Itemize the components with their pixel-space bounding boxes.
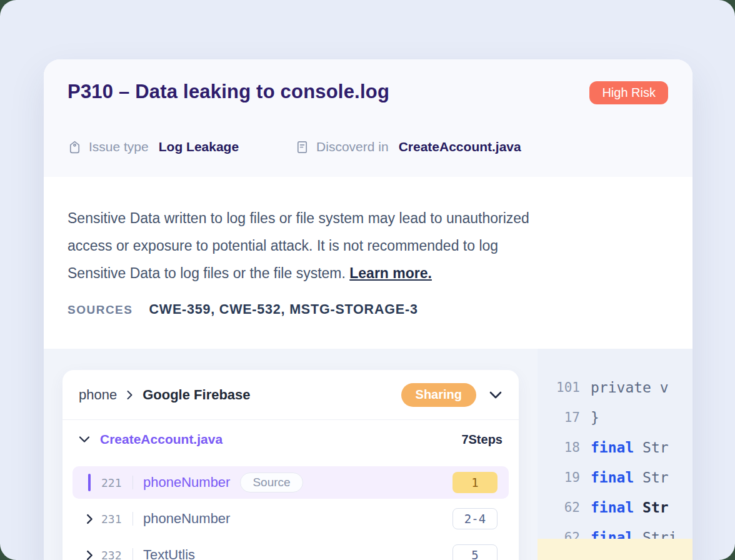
chevron-right-icon[interactable]: [78, 550, 101, 560]
description-line: Sensitive Data written to log files or f…: [68, 204, 669, 232]
step-row-active[interactable]: 221 phoneNumber Source 1: [72, 466, 509, 499]
bottom-section: phone Google Firebase Sharing: [44, 349, 692, 560]
flow-source: phone: [79, 387, 117, 403]
page-background: P310 – Data leaking to console.log High …: [0, 0, 735, 560]
step-line-number: 232: [101, 549, 128, 560]
divider: [132, 476, 133, 489]
accent-bar: [88, 474, 91, 491]
code-line-number: 62: [552, 500, 580, 515]
chevron-down-icon[interactable]: [489, 391, 502, 399]
description-section: Sensitive Data written to log files or f…: [44, 177, 692, 349]
file-name[interactable]: CreateAccount.java: [100, 432, 222, 447]
issue-meta-row: Issue type Log Leakage Discoverd in Crea…: [68, 139, 521, 154]
issue-type-meta: Issue type Log Leakage: [68, 139, 239, 154]
code-line: 62final Str: [552, 492, 692, 522]
step-line-number: 221: [101, 476, 128, 489]
flow-header: phone Google Firebase Sharing: [62, 370, 519, 420]
sharing-badge: Sharing: [401, 383, 476, 407]
sources-label: SOURCES: [68, 303, 132, 317]
code-line: 19final Str: [552, 462, 692, 492]
discovered-in-value: CreateAccount.java: [399, 139, 521, 154]
code-line-number: 101: [552, 380, 580, 395]
step-badge: 2-4: [452, 508, 498, 529]
chevron-right-icon[interactable]: [78, 514, 101, 524]
issue-card: P310 – Data leaking to console.log High …: [44, 59, 692, 560]
sources-value: CWE-359, CWE-532, MSTG-STORAGE-3: [149, 302, 418, 318]
chevron-right-icon: [126, 389, 134, 401]
learn-more-link[interactable]: Learn more.: [349, 265, 432, 281]
steps-list: 221 phoneNumber Source 1: [62, 459, 519, 560]
code-line: final Stri: [552, 555, 692, 560]
source-tag: Source: [240, 472, 302, 492]
step-name[interactable]: phoneNumber: [143, 474, 230, 491]
sources-row: SOURCES CWE-359, CWE-532, MSTG-STORAGE-3: [68, 302, 669, 318]
divider: [132, 548, 133, 560]
step-row[interactable]: 231 phoneNumber 2-4: [72, 502, 509, 535]
app-background: P310 – Data leaking to console.log High …: [0, 0, 735, 560]
active-step-indicator: [78, 474, 101, 491]
chevron-down-icon[interactable]: [79, 436, 90, 443]
code-line-number: 17: [552, 410, 580, 425]
code-line-number: 18: [552, 440, 580, 455]
code-line: 101private v: [552, 372, 692, 402]
issue-header: P310 – Data leaking to console.log High …: [44, 59, 692, 177]
description-line: access or exposure to potential attack. …: [68, 232, 669, 259]
flow-destination: Google Firebase: [142, 387, 250, 403]
issue-type-value: Log Leakage: [159, 139, 239, 154]
document-icon: [295, 140, 316, 154]
step-badge: 5: [452, 544, 498, 560]
code-line-number: 19: [552, 470, 580, 485]
divider: [132, 512, 133, 526]
flow-section: phone Google Firebase Sharing: [44, 349, 538, 560]
step-row[interactable]: 232 TextUtlis 5: [72, 539, 509, 560]
tag-icon: [68, 140, 89, 154]
file-group-row[interactable]: CreateAccount.java 7Steps: [62, 420, 519, 459]
step-name[interactable]: phoneNumber: [143, 511, 230, 527]
step-line-number: 231: [101, 512, 128, 526]
discovered-in-meta: Discoverd in CreateAccount.java: [295, 139, 521, 154]
description-line: Sensitive Data to log files or the file …: [68, 259, 669, 287]
description-text: Sensitive Data to log files or the file …: [68, 265, 346, 281]
step-name[interactable]: TextUtlis: [143, 547, 195, 560]
code-panel: 101private v 17} 18final Str 19final Str…: [538, 349, 692, 560]
data-flow-panel: phone Google Firebase Sharing: [62, 370, 519, 560]
page-title: P310 – Data leaking to console.log: [68, 81, 669, 103]
steps-count: 7Steps: [461, 432, 502, 447]
issue-type-label: Issue type: [89, 139, 149, 154]
discovered-in-label: Discoverd in: [316, 139, 389, 154]
code-line: 18final Str: [552, 432, 692, 462]
code-line: 17}: [552, 402, 692, 432]
risk-badge: High Risk: [589, 81, 668, 104]
highlighted-code-row: final Stri: [538, 539, 692, 560]
step-badge: 1: [452, 472, 498, 493]
